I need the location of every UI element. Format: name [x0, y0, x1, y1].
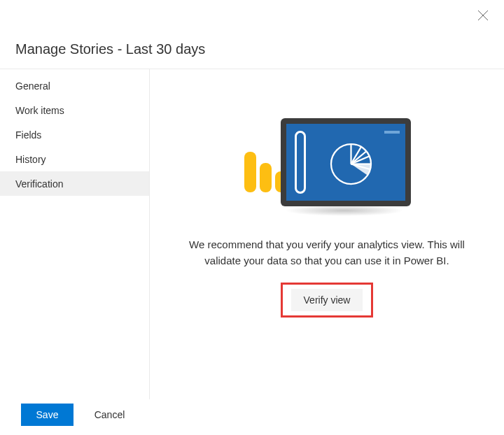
save-button[interactable]: Save: [21, 404, 74, 426]
sidebar-item-label: History: [15, 154, 46, 165]
main-panel: We recommend that you verify your analyt…: [150, 69, 504, 399]
sidebar: General Work items Fields History Verifi…: [0, 69, 150, 399]
dialog-header: Manage Stories - Last 30 days: [0, 0, 504, 69]
sidebar-item-fields[interactable]: Fields: [0, 122, 149, 147]
sidebar-item-label: Fields: [15, 129, 41, 141]
sidebar-item-work-items[interactable]: Work items: [0, 98, 149, 122]
verify-highlight: Verify view: [281, 283, 374, 318]
cancel-button[interactable]: Cancel: [83, 404, 136, 426]
sidebar-item-label: General: [15, 80, 50, 92]
dialog-footer: Save Cancel: [0, 399, 504, 435]
sidebar-item-label: Verification: [15, 178, 63, 190]
verification-illustration: [243, 111, 411, 216]
sidebar-item-history[interactable]: History: [0, 147, 149, 171]
sidebar-item-label: Work items: [15, 105, 64, 116]
verify-view-button[interactable]: Verify view: [291, 289, 363, 311]
sidebar-item-general[interactable]: General: [0, 73, 149, 98]
dialog-body: General Work items Fields History Verifi…: [0, 69, 504, 399]
close-icon[interactable]: [477, 10, 489, 21]
verification-description: We recommend that you verify your analyt…: [173, 237, 481, 269]
dialog-title: Manage Stories - Last 30 days: [15, 41, 205, 57]
sidebar-item-verification[interactable]: Verification: [0, 171, 149, 196]
